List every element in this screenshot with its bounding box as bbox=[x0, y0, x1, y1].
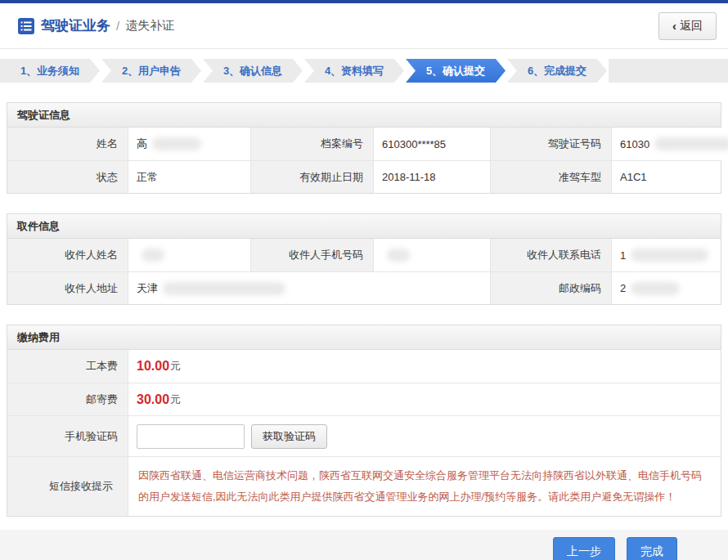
license-section-title: 驾驶证信息 bbox=[7, 103, 721, 128]
license-no-label: 驾驶证号码 bbox=[491, 128, 612, 160]
recipient-mobile-label: 收件人手机号码 bbox=[251, 239, 374, 271]
footer-action-bar: 上一步 完成 bbox=[0, 530, 728, 560]
status-value: 正常 bbox=[128, 160, 251, 193]
redacted-value bbox=[152, 137, 201, 150]
breadcrumb-divider: / bbox=[116, 19, 119, 33]
vehicle-type-label: 准驾车型 bbox=[491, 160, 612, 193]
sms-code-label: 手机验证码 bbox=[7, 415, 128, 456]
status-label: 状态 bbox=[7, 160, 128, 193]
production-fee-label: 工本费 bbox=[7, 350, 128, 383]
expiry-value: 2018-11-18 bbox=[374, 160, 491, 193]
list-icon bbox=[18, 18, 34, 34]
file-no-label: 档案编号 bbox=[251, 128, 374, 160]
postcode-value: 2 bbox=[612, 271, 721, 304]
recipient-mobile-value bbox=[374, 239, 491, 271]
postage-fee-value: 30.00元 bbox=[128, 383, 721, 415]
page-title: 驾驶证业务 bbox=[41, 16, 110, 35]
back-button[interactable]: ‹ 返回 bbox=[658, 12, 717, 40]
get-code-button[interactable]: 获取验证码 bbox=[251, 424, 327, 449]
recipient-address-label: 收件人地址 bbox=[7, 271, 128, 304]
pickup-info-section: 取件信息 收件人姓名 收件人手机号码 收件人联系电话 1 收件人地址 天津 邮政… bbox=[7, 213, 721, 305]
sms-notice-label: 短信接收提示 bbox=[7, 456, 128, 516]
license-no-value: 61030 bbox=[612, 128, 728, 160]
file-no-value: 610300****85 bbox=[374, 128, 491, 160]
license-info-section: 驾驶证信息 姓名 高 档案编号 610300****85 驾驶证号码 61030… bbox=[7, 102, 721, 194]
chevron-left-icon: ‹ bbox=[672, 19, 676, 33]
step-3-confirm-info[interactable]: 3、确认信息 bbox=[203, 59, 303, 83]
vehicle-type-value: A1C1 bbox=[612, 160, 721, 193]
pickup-section-title: 取件信息 bbox=[7, 214, 721, 239]
recipient-phone-value: 1 bbox=[612, 239, 721, 271]
sms-notice-text: 因陕西省联通、电信运营商技术问题，陕西省互联网交通安全综合服务管理平台无法向持陕… bbox=[138, 465, 706, 508]
sms-code-cell: 获取验证码 bbox=[128, 415, 721, 456]
step-5-confirm-submit[interactable]: 5、确认提交 bbox=[406, 59, 506, 83]
step-1-business-notice[interactable]: 1、业务须知 bbox=[0, 59, 100, 83]
back-button-label: 返回 bbox=[680, 19, 703, 34]
previous-step-button[interactable]: 上一步 bbox=[553, 537, 615, 560]
redacted-value bbox=[163, 282, 285, 295]
sms-code-input[interactable] bbox=[137, 424, 245, 449]
name-label: 姓名 bbox=[7, 128, 128, 160]
expiry-label: 有效期止日期 bbox=[251, 160, 374, 193]
page-header: 驾驶证业务 / 遗失补证 ‹ 返回 bbox=[0, 3, 728, 49]
redacted-value bbox=[387, 249, 410, 262]
production-fee-value: 10.00元 bbox=[128, 350, 721, 383]
redacted-value bbox=[654, 137, 728, 150]
redacted-value bbox=[631, 282, 680, 295]
breadcrumb-current: 遗失补证 bbox=[125, 18, 174, 34]
recipient-phone-label: 收件人联系电话 bbox=[491, 239, 612, 271]
sms-notice-cell: 因陕西省联通、电信运营商技术问题，陕西省互联网交通安全综合服务管理平台无法向持陕… bbox=[128, 456, 721, 516]
fees-section-title: 缴纳费用 bbox=[7, 325, 721, 350]
recipient-name-value bbox=[128, 239, 251, 271]
name-value: 高 bbox=[128, 128, 251, 160]
postage-fee-label: 邮寄费 bbox=[7, 383, 128, 415]
step-4-fill-data[interactable]: 4、资料填写 bbox=[304, 59, 404, 83]
step-6-complete-submit[interactable]: 6、完成提交 bbox=[507, 59, 607, 83]
finish-button[interactable]: 完成 bbox=[627, 537, 677, 560]
redacted-value bbox=[631, 249, 708, 262]
step-wizard: 1、业务须知 2、用户申告 3、确认信息 4、资料填写 5、确认提交 6、完成提… bbox=[0, 59, 728, 83]
recipient-name-label: 收件人姓名 bbox=[7, 239, 128, 271]
redacted-value bbox=[142, 249, 164, 262]
step-bar-filler bbox=[609, 59, 728, 83]
step-2-user-declaration[interactable]: 2、用户申告 bbox=[101, 59, 201, 83]
fees-section: 缴纳费用 工本费 10.00元 邮寄费 30.00元 手机验证码 获取验证码 短… bbox=[7, 325, 721, 517]
recipient-address-value: 天津 bbox=[128, 271, 491, 304]
postcode-label: 邮政编码 bbox=[491, 271, 612, 304]
